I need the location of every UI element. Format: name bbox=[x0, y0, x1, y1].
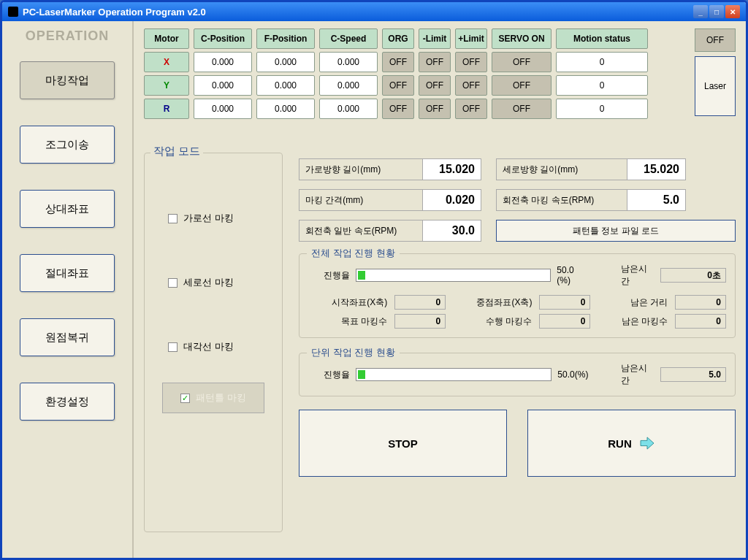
off-label: OFF bbox=[706, 35, 724, 45]
nav-absolute[interactable]: 절대좌표 bbox=[20, 254, 115, 292]
sidebar-title: OPERATION bbox=[11, 28, 123, 44]
opt-label: 가로선 마킹 bbox=[183, 212, 234, 225]
rd-value: 0 bbox=[675, 295, 726, 310]
unit-remain-label: 남은시간 bbox=[621, 362, 654, 387]
x-nlim[interactable]: OFF bbox=[419, 52, 451, 72]
y-plim[interactable]: OFF bbox=[455, 75, 487, 96]
opt-diagonal[interactable]: 대각선 마킹 bbox=[168, 340, 275, 353]
col-plim: +Limit bbox=[455, 28, 487, 49]
opt-pattern[interactable]: 패턴틀 마킹 bbox=[162, 383, 264, 413]
nav-relative[interactable]: 상대좌표 bbox=[20, 190, 115, 228]
x-org[interactable]: OFF bbox=[382, 52, 414, 72]
y-nlim[interactable]: OFF bbox=[419, 75, 451, 96]
unit-title: 단위 작업 진행 현황 bbox=[307, 346, 400, 359]
x-plim[interactable]: OFF bbox=[455, 52, 487, 72]
rm-value: 0 bbox=[675, 314, 726, 329]
run-label: RUN bbox=[608, 437, 632, 450]
cm-label: 수행 마킹수 bbox=[453, 315, 532, 328]
opt-label: 대각선 마킹 bbox=[183, 340, 234, 353]
window-title: PC-LaserMarker Operation Program v2.0 bbox=[23, 7, 206, 18]
r-cspeed: 0.000 bbox=[319, 99, 378, 119]
vlen-value[interactable]: 15.020 bbox=[627, 158, 686, 180]
stop-label: STOP bbox=[388, 437, 418, 450]
rd-label: 남은 거리 bbox=[598, 296, 668, 309]
checkbox-icon[interactable] bbox=[168, 342, 178, 352]
maximize-button[interactable]: □ bbox=[709, 5, 724, 18]
motor-row-x: X 0.000 0.000 0.000 OFF OFF OFF OFF 0 bbox=[144, 52, 736, 72]
opt-vertical[interactable]: 세로선 마킹 bbox=[168, 276, 275, 289]
nav-label: 조그이송 bbox=[45, 138, 89, 152]
load-pattern-button[interactable]: 패턴틀 정보 파일 로드 bbox=[496, 220, 736, 242]
sx-label: 시작좌표(X축) bbox=[308, 296, 387, 309]
y-org[interactable]: OFF bbox=[382, 75, 414, 96]
nav-label: 환경설정 bbox=[45, 395, 89, 409]
col-motor: Motor bbox=[144, 28, 189, 49]
laser-button[interactable]: Laser bbox=[695, 56, 736, 116]
col-servo: SERVO ON bbox=[492, 28, 552, 49]
axis-r: R bbox=[144, 99, 189, 119]
load-label: 패턴틀 정보 파일 로드 bbox=[573, 225, 659, 237]
col-status: Motion status bbox=[556, 28, 648, 49]
r-servo[interactable]: OFF bbox=[492, 99, 552, 119]
tm-value: 0 bbox=[394, 314, 446, 329]
sx-value: 0 bbox=[394, 295, 446, 310]
hlen-value[interactable]: 15.020 bbox=[423, 158, 481, 180]
total-title: 전체 작업 진행 현황 bbox=[307, 247, 400, 260]
nav-home[interactable]: 원점복귀 bbox=[20, 318, 115, 356]
r-org[interactable]: OFF bbox=[382, 99, 414, 119]
r-fpos: 0.000 bbox=[256, 99, 315, 119]
minimize-button[interactable]: _ bbox=[693, 5, 708, 18]
y-status: 0 bbox=[556, 75, 648, 96]
r-cpos: 0.000 bbox=[194, 99, 252, 119]
rpm-mark-value[interactable]: 5.0 bbox=[627, 189, 686, 211]
stop-button[interactable]: STOP bbox=[299, 410, 507, 477]
motor-row-r: R 0.000 0.000 0.000 OFF OFF OFF OFF 0 bbox=[144, 99, 736, 119]
nav-label: 절대좌표 bbox=[45, 266, 89, 280]
nav-jog[interactable]: 조그이송 bbox=[20, 126, 115, 164]
checkbox-icon[interactable] bbox=[168, 214, 178, 223]
total-progress-bar bbox=[356, 269, 551, 282]
unit-progress-box: 단위 작업 진행 현황 진행율 50.0(%) 남은시간 5.0 bbox=[299, 353, 736, 396]
checkbox-icon[interactable] bbox=[168, 278, 178, 288]
nav-settings[interactable]: 환경설정 bbox=[20, 383, 115, 421]
checkbox-checked-icon[interactable] bbox=[180, 394, 190, 403]
col-org: ORG bbox=[382, 28, 414, 49]
nav-marking[interactable]: 마킹작업 bbox=[20, 61, 115, 99]
rpm-gen-value[interactable]: 30.0 bbox=[423, 220, 481, 242]
nav-label: 마킹작업 bbox=[45, 74, 89, 88]
unit-prog-label: 진행율 bbox=[308, 369, 350, 381]
unit-progress-bar bbox=[356, 368, 552, 381]
y-servo[interactable]: OFF bbox=[492, 75, 552, 96]
r-status: 0 bbox=[556, 99, 648, 119]
x-status: 0 bbox=[556, 52, 648, 72]
mx-label: 중점좌표(X축) bbox=[453, 296, 532, 309]
col-fpos: F-Position bbox=[256, 28, 315, 49]
rpm-gen-label: 회전축 일반 속도(RPM) bbox=[299, 220, 423, 242]
motor-header-row: Motor C-Position F-Position C-Speed ORG … bbox=[144, 28, 736, 49]
col-nlim: -Limit bbox=[419, 28, 451, 49]
tm-label: 목표 마킹수 bbox=[308, 315, 387, 328]
sidebar: OPERATION 마킹작업 조그이송 상대좌표 절대좌표 원점복귀 환경설정 bbox=[2, 21, 134, 558]
r-plim[interactable]: OFF bbox=[455, 99, 487, 119]
run-button[interactable]: RUN bbox=[527, 410, 736, 477]
x-servo[interactable]: OFF bbox=[492, 52, 552, 72]
gap-value[interactable]: 0.020 bbox=[423, 189, 481, 211]
power-off-button[interactable]: OFF bbox=[695, 28, 736, 52]
vlen-label: 세로방향 길이(mm) bbox=[496, 158, 627, 180]
y-fpos: 0.000 bbox=[256, 75, 315, 96]
unit-pct: 50.0(%) bbox=[557, 369, 588, 380]
close-button[interactable]: ✕ bbox=[725, 5, 740, 18]
workmode-title: 작업 모드 bbox=[150, 145, 203, 158]
r-nlim[interactable]: OFF bbox=[419, 99, 451, 119]
total-progress-box: 전체 작업 진행 현황 진행율 50.0 (%) 남은시간 0초 시작좌표(X축… bbox=[299, 253, 736, 338]
rm-label: 남은 마킹수 bbox=[598, 315, 668, 328]
hlen-label: 가로방향 길이(mm) bbox=[299, 158, 423, 180]
y-cspeed: 0.000 bbox=[319, 75, 378, 96]
rpm-mark-label: 회전축 마킹 속도(RPM) bbox=[496, 189, 627, 211]
arrow-right-icon bbox=[639, 437, 655, 450]
total-pct: 50.0 (%) bbox=[557, 265, 588, 285]
opt-horizontal[interactable]: 가로선 마킹 bbox=[168, 212, 275, 225]
mx-value: 0 bbox=[539, 295, 590, 310]
opt-label: 세로선 마킹 bbox=[183, 276, 234, 289]
col-cspeed: C-Speed bbox=[319, 28, 378, 49]
